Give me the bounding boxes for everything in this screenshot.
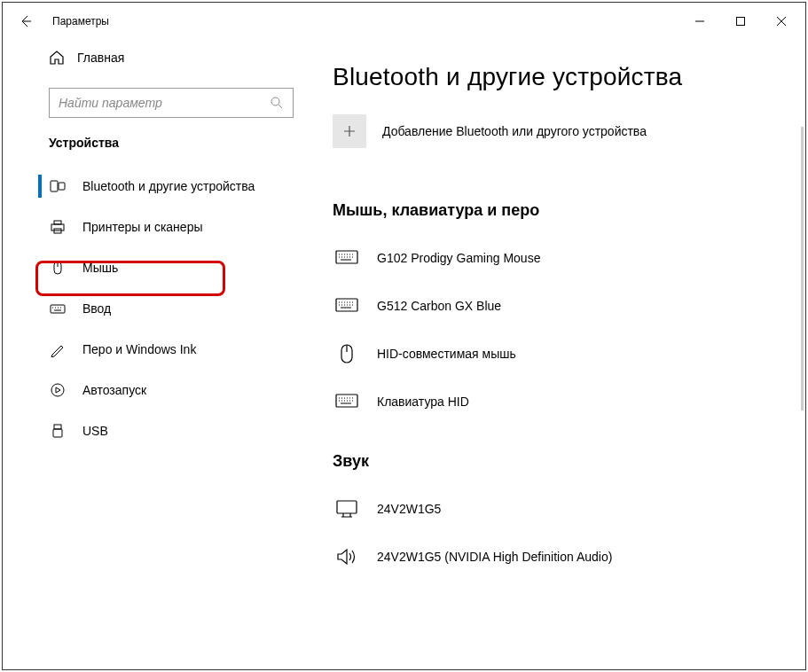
svg-rect-2 [51, 181, 58, 191]
scrollbar[interactable] [801, 127, 804, 410]
bluetooth-devices-icon [49, 178, 67, 194]
svg-rect-11 [53, 429, 62, 437]
add-device-button[interactable]: Добавление Bluetooth или другого устройс… [333, 114, 779, 148]
svg-rect-3 [59, 183, 65, 190]
sidebar-item-label: USB [82, 424, 108, 438]
sidebar-item-typing[interactable]: Ввод [3, 288, 315, 329]
device-row[interactable]: HID-совместимая мышь [333, 330, 779, 378]
mouse-icon [49, 260, 67, 276]
sidebar-item-autoplay[interactable]: Автозапуск [3, 370, 315, 410]
device-label: G512 Carbon GX Blue [377, 299, 501, 313]
svg-rect-0 [737, 18, 745, 26]
back-button[interactable] [6, 3, 45, 40]
maximize-button[interactable] [720, 7, 761, 35]
sidebar-item-printers[interactable]: Принтеры и сканеры [3, 207, 315, 247]
section-header-input: Мышь, клавиатура и перо [333, 201, 779, 220]
device-row[interactable]: 24V2W1G5 [333, 485, 779, 533]
keyboard-icon [49, 301, 67, 316]
sidebar-item-label: Перо и Windows Ink [82, 342, 196, 356]
sidebar-item-pen[interactable]: Перо и Windows Ink [3, 329, 315, 370]
autoplay-icon [49, 382, 67, 398]
sidebar-item-label: Ввод [82, 301, 111, 316]
monitor-icon [333, 499, 361, 519]
keyboard-icon [333, 250, 361, 266]
svg-rect-4 [51, 224, 64, 231]
svg-point-9 [51, 384, 64, 396]
maximize-icon [736, 17, 745, 26]
sidebar-item-mouse[interactable]: Мышь [3, 247, 315, 288]
device-row[interactable]: G512 Carbon GX Blue [333, 282, 779, 330]
add-box [333, 114, 366, 148]
sidebar-item-label: Bluetooth и другие устройства [82, 179, 255, 193]
keyboard-icon [333, 298, 361, 314]
home-label: Главная [77, 51, 124, 65]
svg-rect-10 [54, 425, 61, 429]
minimize-button[interactable] [679, 7, 720, 35]
category-title: Устройства [49, 136, 315, 150]
content-area: Bluetooth и другие устройства Добавление… [315, 40, 805, 669]
svg-rect-16 [337, 501, 357, 513]
sidebar-item-label: Принтеры и сканеры [82, 220, 202, 234]
device-label: Клавиатура HID [377, 395, 469, 409]
printer-icon [49, 219, 67, 235]
section-header-audio: Звук [333, 452, 779, 471]
close-icon [777, 17, 786, 26]
search-box[interactable] [49, 88, 294, 118]
keyboard-icon [333, 394, 361, 410]
svg-rect-5 [54, 221, 61, 224]
search-input[interactable] [59, 96, 270, 110]
search-icon [270, 96, 284, 110]
minimize-icon [695, 17, 704, 26]
sidebar-item-label: Автозапуск [82, 383, 146, 397]
home-button[interactable]: Главная [49, 40, 315, 75]
svg-rect-8 [51, 305, 65, 313]
device-label: 24V2W1G5 (NVIDIA High Definition Audio) [377, 550, 612, 564]
svg-point-1 [271, 98, 279, 105]
sidebar-item-bluetooth[interactable]: Bluetooth и другие устройства [3, 166, 315, 207]
titlebar: Параметры [3, 3, 805, 40]
arrow-left-icon [19, 14, 33, 28]
close-button[interactable] [761, 7, 802, 35]
device-row[interactable]: 24V2W1G5 (NVIDIA High Definition Audio) [333, 533, 779, 581]
home-icon [49, 50, 65, 66]
plus-icon [342, 124, 357, 138]
mouse-icon [333, 343, 361, 364]
add-device-label: Добавление Bluetooth или другого устройс… [382, 124, 647, 138]
app-title: Параметры [52, 15, 679, 27]
sidebar-item-usb[interactable]: USB [3, 410, 315, 451]
device-label: G102 Prodigy Gaming Mouse [377, 251, 540, 265]
device-row[interactable]: G102 Prodigy Gaming Mouse [333, 234, 779, 282]
device-row[interactable]: Клавиатура HID [333, 378, 779, 426]
speaker-icon [333, 547, 361, 567]
usb-icon [49, 423, 67, 439]
sidebar: Главная Устройства Bluetooth и другие ус… [3, 40, 315, 669]
pen-icon [49, 341, 67, 357]
device-label: 24V2W1G5 [377, 502, 441, 516]
device-label: HID-совместимая мышь [377, 347, 516, 361]
sidebar-item-label: Мышь [82, 261, 118, 275]
page-title: Bluetooth и другие устройства [333, 63, 779, 91]
